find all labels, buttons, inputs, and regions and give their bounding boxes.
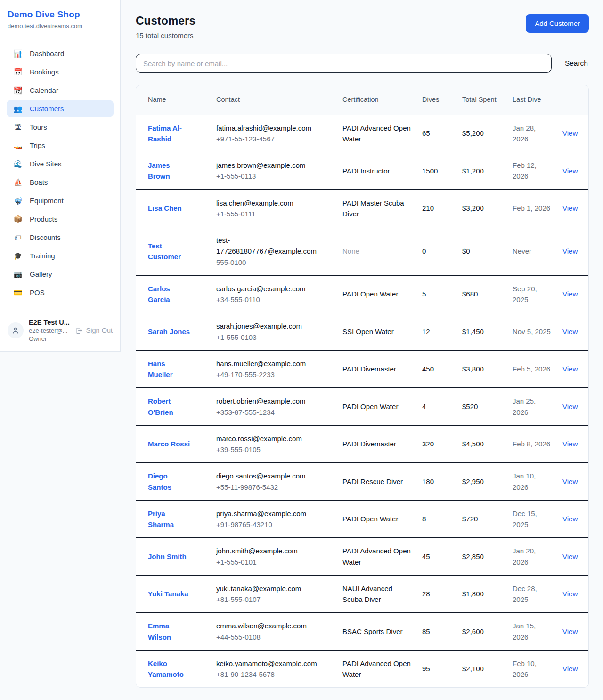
table-row: Test Customer test-1772681807767@example… bbox=[136, 227, 588, 276]
total-spent: $1,800 bbox=[462, 590, 484, 598]
customer-name-link[interactable]: James Brown bbox=[148, 160, 191, 182]
sidebar-item-boats[interactable]: ⛵ Boats bbox=[7, 173, 114, 191]
customer-phone: +49-170-555-2233 bbox=[216, 369, 319, 380]
customer-name-link[interactable]: Diego Santos bbox=[148, 470, 191, 493]
customer-name-link[interactable]: Yuki Tanaka bbox=[148, 588, 188, 599]
customer-phone: +81-555-0107 bbox=[216, 594, 319, 605]
sidebar-item-dive-sites[interactable]: 🌊 Dive Sites bbox=[7, 155, 114, 173]
user-name: E2E Test U... bbox=[29, 318, 70, 327]
sidebar-item-products[interactable]: 📦 Products bbox=[7, 210, 114, 228]
customer-name-link[interactable]: Robert O'Brien bbox=[148, 395, 191, 418]
view-link[interactable]: View bbox=[562, 515, 578, 523]
customer-phone: +1-555-0101 bbox=[216, 557, 319, 568]
customer-phone: +1-555-0103 bbox=[216, 332, 319, 343]
total-spent: $680 bbox=[462, 290, 478, 298]
sidebar-item-trips[interactable]: 🚤 Trips bbox=[7, 137, 114, 154]
sidebar: Demo Dive Shop demo.test.divestreams.com… bbox=[0, 0, 121, 352]
search-input[interactable] bbox=[136, 54, 552, 73]
last-dive-date: Jan 20, 2026 bbox=[513, 547, 536, 566]
customer-name-link[interactable]: Emma Wilson bbox=[148, 620, 191, 642]
certification-text: PADI Advanced Open Water bbox=[342, 124, 411, 143]
page-header: Customers 15 total customers Add Custome… bbox=[136, 14, 589, 40]
view-link[interactable]: View bbox=[562, 328, 578, 336]
dives-count: 8 bbox=[422, 515, 426, 523]
diving-mask-icon: 🤿 bbox=[13, 197, 23, 204]
table-row: Keiko Yamamoto keiko.yamamoto@example.co… bbox=[136, 650, 588, 687]
page-header-text: Customers 15 total customers bbox=[136, 14, 196, 40]
sign-out-label: Sign Out bbox=[86, 327, 113, 334]
calendar-date-icon: 📅 bbox=[13, 68, 23, 75]
search-bar: Search bbox=[136, 54, 589, 73]
page-subtitle: 15 total customers bbox=[136, 32, 196, 40]
customer-name-link[interactable]: Fatima Al-Rashid bbox=[148, 123, 191, 145]
customer-name-link[interactable]: Priya Sharma bbox=[148, 508, 191, 530]
customer-name-link[interactable]: Test Customer bbox=[148, 240, 191, 263]
view-link[interactable]: View bbox=[562, 440, 578, 448]
customer-phone: 555-0100 bbox=[216, 257, 319, 268]
view-link[interactable]: View bbox=[562, 552, 578, 560]
view-link[interactable]: View bbox=[562, 167, 578, 175]
dives-count: 28 bbox=[422, 590, 430, 598]
customer-phone: +81-90-1234-5678 bbox=[216, 669, 319, 680]
view-link[interactable]: View bbox=[562, 590, 578, 598]
customer-email: lisa.chen@example.com bbox=[216, 198, 319, 208]
table-row: Lisa Chen lisa.chen@example.com +1-555-0… bbox=[136, 189, 588, 227]
customer-email: john.smith@example.com bbox=[216, 545, 319, 556]
customer-name-link[interactable]: Carlos Garcia bbox=[148, 283, 191, 305]
column-header: Total Spent bbox=[456, 85, 507, 115]
table-row: Carlos Garcia carlos.garcia@example.com … bbox=[136, 275, 588, 313]
contact-cell: lisa.chen@example.com +1-555-0111 bbox=[216, 198, 319, 220]
table-row: Hans Mueller hans.mueller@example.com +4… bbox=[136, 350, 588, 388]
sidebar-item-equipment[interactable]: 🤿 Equipment bbox=[7, 192, 114, 209]
customer-name-link[interactable]: Keiko Yamamoto bbox=[148, 658, 191, 680]
total-spent: $2,950 bbox=[462, 478, 484, 486]
view-link[interactable]: View bbox=[562, 290, 578, 298]
contact-cell: diego.santos@example.com +55-11-99876-54… bbox=[216, 470, 319, 493]
add-customer-button[interactable]: Add Customer bbox=[526, 14, 589, 33]
customer-name-link[interactable]: Lisa Chen bbox=[148, 203, 182, 214]
table-row: James Brown james.brown@example.com +1-5… bbox=[136, 152, 588, 190]
view-link[interactable]: View bbox=[562, 665, 578, 673]
user-role: Owner bbox=[29, 335, 70, 343]
customer-name-link[interactable]: Sarah Jones bbox=[148, 326, 190, 337]
view-link[interactable]: View bbox=[562, 478, 578, 486]
dives-count: 0 bbox=[422, 247, 426, 255]
customer-email: carlos.garcia@example.com bbox=[216, 283, 319, 294]
view-link[interactable]: View bbox=[562, 627, 578, 635]
dives-count: 180 bbox=[422, 478, 434, 486]
total-spent: $520 bbox=[462, 403, 478, 411]
certification-text: PADI Advanced Open Water bbox=[342, 659, 411, 678]
sign-out-button[interactable]: Sign Out bbox=[75, 327, 113, 335]
sidebar-item-customers[interactable]: 👥 Customers bbox=[7, 100, 114, 117]
sidebar-item-bookings[interactable]: 📅 Bookings bbox=[7, 63, 114, 81]
dives-count: 12 bbox=[422, 328, 430, 336]
customer-name-link[interactable]: Hans Mueller bbox=[148, 358, 191, 380]
dives-count: 4 bbox=[422, 403, 426, 411]
sidebar-item-training[interactable]: 🎓 Training bbox=[7, 247, 114, 264]
view-link[interactable]: View bbox=[562, 403, 578, 411]
dives-count: 95 bbox=[422, 665, 430, 673]
contact-cell: james.brown@example.com +1-555-0113 bbox=[216, 160, 319, 182]
customer-name-link[interactable]: John Smith bbox=[148, 551, 187, 562]
contact-cell: hans.mueller@example.com +49-170-555-223… bbox=[216, 358, 319, 380]
view-link[interactable]: View bbox=[562, 247, 578, 255]
sidebar-item-pos[interactable]: 💳 POS bbox=[7, 284, 114, 301]
view-link[interactable]: View bbox=[562, 204, 578, 212]
sidebar-item-calendar[interactable]: 📆 Calendar bbox=[7, 82, 114, 99]
certification-text: BSAC Sports Diver bbox=[342, 627, 403, 635]
certification-text: None bbox=[342, 247, 359, 255]
search-button[interactable]: Search bbox=[564, 56, 589, 70]
sidebar-item-discounts[interactable]: 🏷 Discounts bbox=[7, 229, 114, 246]
view-link[interactable]: View bbox=[562, 365, 578, 373]
customer-email: yuki.tanaka@example.com bbox=[216, 583, 319, 594]
sidebar-item-dashboard[interactable]: 📊 Dashboard bbox=[7, 45, 114, 62]
certification-text: PADI Instructor bbox=[342, 167, 390, 175]
sidebar-item-tours[interactable]: 🏝 Tours bbox=[7, 118, 114, 136]
customer-name-link[interactable]: Marco Rossi bbox=[148, 438, 190, 449]
table-row: Sarah Jones sarah.jones@example.com +1-5… bbox=[136, 313, 588, 351]
tag-icon: 🏷 bbox=[13, 234, 23, 241]
sidebar-item-gallery[interactable]: 📷 Gallery bbox=[7, 265, 114, 283]
certification-text: PADI Advanced Open Water bbox=[342, 547, 411, 566]
column-header: Name bbox=[136, 85, 211, 115]
view-link[interactable]: View bbox=[562, 129, 578, 137]
